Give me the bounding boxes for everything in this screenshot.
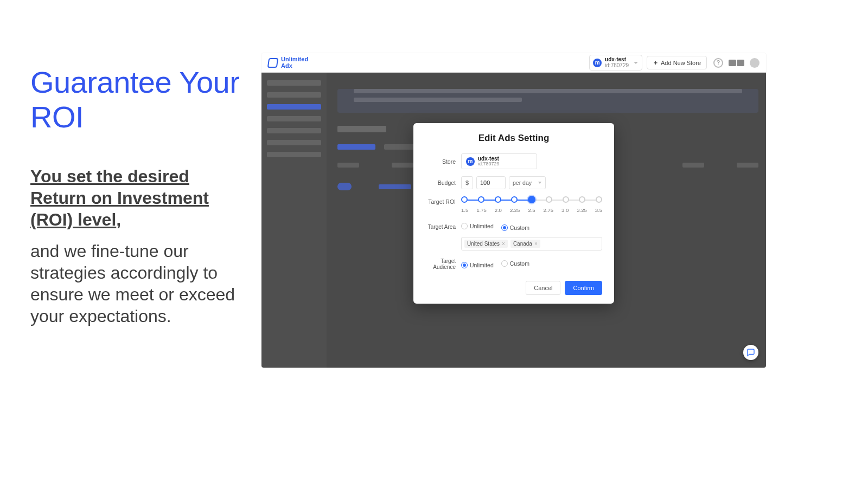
store-field-id: id:780729: [478, 162, 500, 166]
target-area-radio-unlimited[interactable]: Unlimited: [461, 223, 494, 229]
roi-tick[interactable]: [579, 196, 585, 203]
label-target-roi: Target ROI: [425, 196, 461, 205]
store-avatar-icon: m: [593, 59, 602, 67]
language-switch-icon[interactable]: [729, 60, 744, 66]
roi-tick-label: 2.75: [544, 207, 554, 213]
store-id: id:780729: [605, 63, 629, 69]
budget-period-select[interactable]: per day: [509, 176, 546, 189]
store-field[interactable]: m udx-test id:780729: [461, 153, 537, 169]
plus-icon: ＋: [653, 59, 659, 67]
roi-tick[interactable]: [596, 196, 602, 203]
roi-tick[interactable]: [478, 196, 484, 203]
target-area-tags[interactable]: United States×Canada×: [461, 237, 602, 251]
budget-amount-input[interactable]: [476, 176, 506, 189]
roi-tick[interactable]: [511, 196, 518, 203]
area-tag[interactable]: Canada×: [510, 240, 540, 248]
store-selector[interactable]: m udx-test id:780729: [589, 55, 642, 70]
help-icon[interactable]: ?: [713, 58, 723, 68]
target-audience-radio-unlimited[interactable]: Unlimited: [461, 262, 494, 268]
target-roi-slider[interactable]: 1.51.752.02.252.52.753.03.253.5: [461, 196, 602, 213]
roi-tick-label: 3.25: [577, 207, 587, 213]
slide-subhead: You set the desired Return on Investment…: [30, 165, 245, 230]
roi-tick-label: 3.0: [561, 207, 569, 213]
modal-title: Edit Ads Setting: [425, 133, 602, 144]
chat-fab[interactable]: [743, 345, 758, 360]
confirm-button[interactable]: Confirm: [565, 281, 602, 295]
label-budget: Budget: [425, 179, 461, 186]
user-avatar-icon[interactable]: [750, 58, 760, 68]
remove-tag-icon[interactable]: ×: [502, 241, 505, 247]
roi-tick[interactable]: [546, 196, 552, 203]
cancel-button[interactable]: Cancel: [526, 281, 560, 295]
brand-mark-icon: [267, 58, 279, 68]
remove-tag-icon[interactable]: ×: [534, 241, 538, 247]
modal-backdrop: Edit Ads Setting Store m udx-test id:780…: [261, 73, 766, 368]
roi-tick-label: 2.5: [528, 207, 535, 213]
roi-tick[interactable]: [461, 196, 468, 203]
roi-tick-label: 2.25: [510, 207, 520, 213]
store-name: udx-test: [605, 57, 629, 63]
roi-tick-label: 2.0: [495, 207, 502, 213]
app-top-bar: Unlimited Adx m udx-test id:780729 ＋ Add…: [261, 53, 766, 73]
brand-logo: Unlimited Adx: [268, 56, 308, 69]
roi-tick-label: 3.5: [595, 207, 602, 213]
area-tag[interactable]: United States×: [464, 240, 508, 248]
target-area-radio-custom[interactable]: Custom: [501, 224, 529, 231]
store-avatar-icon: m: [466, 157, 475, 166]
target-audience-radio-custom[interactable]: Custom: [501, 260, 529, 267]
chevron-down-icon: [634, 62, 638, 64]
label-target-area: Target Area: [425, 224, 461, 230]
roi-tick[interactable]: [563, 196, 569, 203]
slide-body: and we fine-tune our strategies accordin…: [30, 240, 245, 327]
roi-tick[interactable]: [495, 196, 501, 203]
chat-icon: [746, 348, 755, 357]
roi-tick-label: 1.75: [476, 207, 487, 213]
brand-name: Unlimited Adx: [281, 56, 308, 69]
roi-tick[interactable]: [528, 196, 535, 203]
edit-ads-setting-modal: Edit Ads Setting Store m udx-test id:780…: [413, 123, 614, 304]
bg-sidebar: [261, 73, 327, 368]
label-target-audience: Target Audience: [425, 258, 461, 270]
roi-tick-label: 1.5: [461, 207, 468, 213]
currency-symbol: $: [461, 176, 473, 189]
slide-headline: Guarantee Your ROI: [30, 65, 245, 135]
add-store-button[interactable]: ＋ Add New Store: [647, 56, 707, 69]
label-store: Store: [425, 158, 461, 165]
app-screenshot: Unlimited Adx m udx-test id:780729 ＋ Add…: [261, 53, 766, 368]
